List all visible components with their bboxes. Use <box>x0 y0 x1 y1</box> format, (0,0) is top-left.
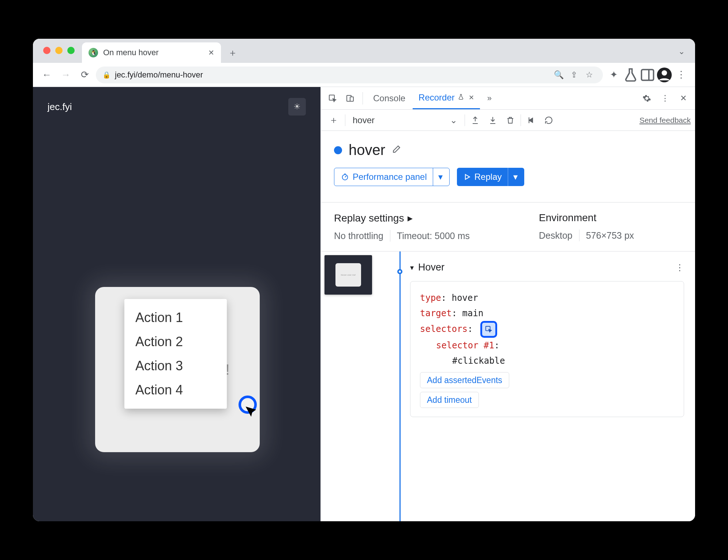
step-over-icon[interactable] <box>524 112 539 128</box>
replay-settings-row: Replay settings ▸ No throttling Timeout:… <box>321 202 695 251</box>
cursor-icon <box>244 403 261 424</box>
recording-dot-icon <box>334 146 342 154</box>
close-tab-icon[interactable]: ✕ <box>469 94 474 102</box>
reload-button[interactable]: ⟳ <box>77 67 93 83</box>
tab-favicon: 🐧 <box>89 48 98 57</box>
zoom-icon[interactable]: 🔍 <box>552 68 566 82</box>
flask-icon <box>458 94 464 102</box>
export-icon[interactable] <box>468 112 483 128</box>
tab-strip: 🐧 On menu hover ✕ ＋ ⌄ <box>33 39 695 63</box>
popup-menu: Action 1 Action 2 Action 3 Action 4 <box>124 299 227 409</box>
site-title: jec.fyi <box>48 101 72 113</box>
more-tabs-icon[interactable]: » <box>481 90 498 106</box>
step-details: type: hover target: main selectors: sele… <box>410 281 684 417</box>
tab-recorder-label: Recorder <box>419 92 455 103</box>
caret-down-icon: ▾ <box>410 263 414 272</box>
page-viewport: jec.fyi ☀ Hover over me! Action 1 Action… <box>33 87 320 521</box>
tab-list-caret-icon[interactable]: ⌄ <box>678 47 685 56</box>
replay-button-label: Replay <box>474 172 502 182</box>
prop-key: target <box>420 308 452 318</box>
prop-key: selector #1 <box>436 340 494 351</box>
browser-window: 🐧 On menu hover ✕ ＋ ⌄ ← → ⟳ 🔒 jec.fyi/de… <box>33 39 695 521</box>
svg-point-2 <box>662 70 667 76</box>
menu-item[interactable]: Action 4 <box>124 378 227 402</box>
device-value: Desktop <box>539 230 573 241</box>
menu-item[interactable]: Action 1 <box>124 306 227 330</box>
svg-point-6 <box>342 175 348 180</box>
profile-avatar[interactable] <box>656 67 672 83</box>
menu-item[interactable]: Action 2 <box>124 330 227 354</box>
step-header[interactable]: ▾ Hover ⋮ <box>410 262 684 273</box>
close-tab-icon[interactable]: ✕ <box>208 48 214 57</box>
prop-value: : hover <box>441 293 478 303</box>
tab-recorder[interactable]: Recorder ✕ <box>413 87 480 109</box>
add-timeout-button[interactable]: Add timeout <box>420 392 479 408</box>
throttle-value: No throttling <box>334 231 383 241</box>
devtools-tab-bar: Console Recorder ✕ » ⋮ ✕ <box>321 87 695 110</box>
tab-title: On menu hover <box>103 48 203 57</box>
prop-key: type <box>420 293 441 303</box>
lock-icon: 🔒 <box>102 71 110 79</box>
settings-icon[interactable] <box>639 90 655 106</box>
recording-title-row: hover <box>334 142 682 158</box>
close-devtools-icon[interactable]: ✕ <box>675 90 691 106</box>
menu-item[interactable]: Action 3 <box>124 354 227 378</box>
chevron-down-icon[interactable]: ▾ <box>508 168 518 186</box>
extensions-icon[interactable]: ✦ <box>606 67 622 83</box>
omnibox[interactable]: 🔒 jec.fyi/demo/menu-hover 🔍 ⇪ ☆ <box>96 67 603 83</box>
minimize-window-icon[interactable] <box>55 47 63 54</box>
recording-select[interactable]: hover ⌄ <box>348 113 462 128</box>
share-icon[interactable]: ⇪ <box>567 68 581 82</box>
forward-button[interactable]: → <box>58 67 74 83</box>
bookmark-icon[interactable]: ☆ <box>582 68 596 82</box>
new-tab-button[interactable]: ＋ <box>225 45 241 61</box>
recorder-toolbar: ＋ hover ⌄ <box>321 110 695 131</box>
kebab-menu-icon[interactable]: ⋮ <box>657 90 673 106</box>
theme-toggle-button[interactable]: ☀ <box>288 98 306 116</box>
thumb-text: Hover over me! <box>341 274 356 276</box>
edit-title-icon[interactable] <box>392 144 401 156</box>
svg-rect-0 <box>642 69 654 80</box>
environment-header: Environment <box>539 212 634 224</box>
step-name: Hover <box>418 262 444 273</box>
window-controls <box>43 47 75 54</box>
new-recording-button[interactable]: ＋ <box>325 114 342 126</box>
selector-value[interactable]: #clickable <box>452 356 505 366</box>
timeline-rail <box>394 251 406 521</box>
selector-picker-button[interactable] <box>480 321 497 338</box>
device-toolbar-icon[interactable] <box>342 90 358 106</box>
inspect-element-icon[interactable] <box>324 90 341 106</box>
performance-panel-button[interactable]: Performance panel ▾ <box>334 168 450 186</box>
close-window-icon[interactable] <box>43 47 50 54</box>
labs-icon[interactable] <box>623 67 639 83</box>
send-feedback-link[interactable]: Send feedback <box>639 116 691 125</box>
step-menu-icon[interactable]: ⋮ <box>675 262 684 273</box>
timeline-dot-icon <box>397 269 402 274</box>
tab-console-label: Console <box>373 93 405 103</box>
chevron-down-icon[interactable]: ▾ <box>433 168 443 186</box>
sidepanel-icon[interactable] <box>639 67 656 83</box>
devtools-panel: Console Recorder ✕ » ⋮ ✕ <box>320 87 695 521</box>
caret-right-icon: ▸ <box>408 212 413 224</box>
url-text: jec.fyi/demo/menu-hover <box>115 70 203 80</box>
prop-value: : main <box>452 308 484 318</box>
zoom-window-icon[interactable] <box>67 47 75 54</box>
browser-tab[interactable]: 🐧 On menu hover ✕ <box>82 42 221 63</box>
svg-rect-5 <box>350 97 353 101</box>
browser-menu-icon[interactable]: ⋮ <box>673 67 689 83</box>
chevron-down-icon: ⌄ <box>450 115 457 125</box>
replay-button[interactable]: Replay ▾ <box>457 168 524 186</box>
back-button[interactable]: ← <box>39 67 55 83</box>
tab-console[interactable]: Console <box>367 87 411 109</box>
delete-icon[interactable] <box>503 112 518 128</box>
viewport-value: 576×753 px <box>586 230 634 241</box>
replay-loop-icon[interactable] <box>541 112 556 128</box>
recording-title: hover <box>349 142 385 158</box>
import-icon[interactable] <box>485 112 500 128</box>
replay-settings-header[interactable]: Replay settings ▸ <box>334 212 539 224</box>
add-asserted-events-button[interactable]: Add assertedEvents <box>420 372 509 388</box>
prop-key: selectors <box>420 324 468 334</box>
recording-select-value: hover <box>353 115 375 125</box>
step-thumbnail[interactable]: Hover over me! <box>324 255 372 295</box>
timeout-value: Timeout: 5000 ms <box>397 231 470 241</box>
